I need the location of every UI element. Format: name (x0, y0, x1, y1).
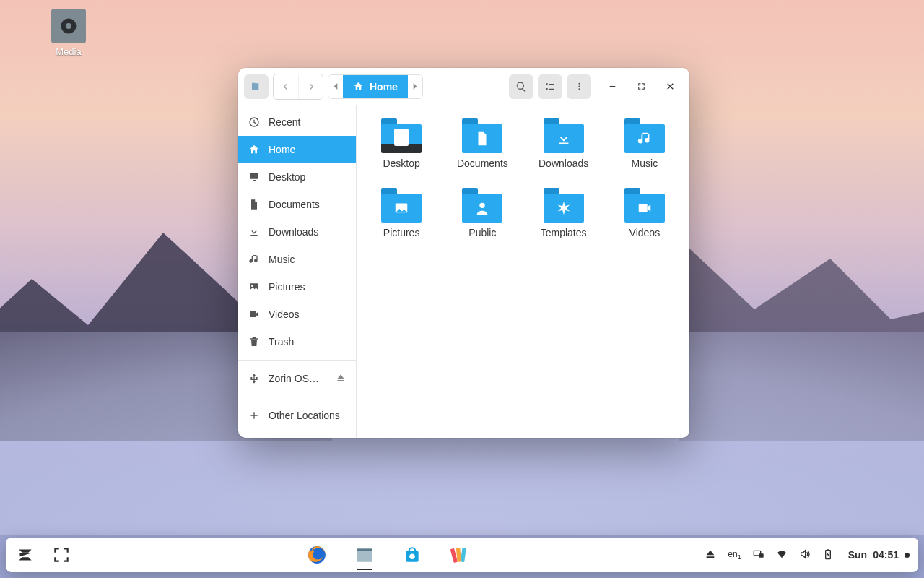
sidebar-item-videos[interactable]: Videos (238, 301, 356, 328)
folder-desktop[interactable]: Desktop (364, 116, 439, 172)
desktop-icon (248, 171, 260, 183)
music-icon (248, 254, 260, 265)
svg-point-4 (578, 88, 580, 90)
svg-point-18 (409, 553, 415, 559)
sidebar: Recent Home Desktop Documents Downloads … (238, 105, 357, 438)
trash-icon (248, 336, 260, 348)
desktop-icon-label: Media (43, 46, 94, 57)
folder-label: Documents (457, 158, 508, 169)
folder-music[interactable]: Music (607, 116, 682, 172)
breadcrumb-home[interactable]: Home (343, 75, 408, 98)
svg-point-12 (480, 203, 485, 208)
taskbar-app-files[interactable] (354, 540, 375, 569)
hamburger-menu-button[interactable] (567, 74, 591, 99)
svg-rect-6 (250, 173, 258, 179)
start-menu-button[interactable] (14, 540, 36, 569)
folder-label: Music (632, 158, 658, 169)
svg-point-3 (578, 85, 580, 87)
sidebar-item-desktop[interactable]: Desktop (238, 163, 356, 191)
breadcrumb-label: Home (370, 81, 398, 92)
folder-label: Public (468, 227, 496, 238)
svg-rect-25 (827, 549, 829, 550)
svg-rect-23 (759, 553, 763, 557)
taskbar-clock[interactable]: Sun 04:51 (848, 549, 910, 561)
folder-label: Templates (541, 227, 587, 238)
folder-content[interactable]: Desktop Documents Downloads Music Pictur… (357, 105, 689, 438)
eject-button[interactable] (336, 373, 346, 385)
fullscreen-icon (52, 545, 71, 564)
tray-display-icon[interactable] (753, 548, 764, 562)
video-icon (248, 309, 260, 320)
folder-downloads[interactable]: Downloads (526, 116, 601, 172)
path-prev[interactable] (328, 75, 343, 98)
clock-time: 04:51 (873, 549, 899, 561)
taskbar-app-firefox[interactable] (306, 540, 328, 569)
svg-rect-13 (639, 204, 648, 212)
folder-public[interactable]: Public (445, 185, 520, 241)
folder-templates[interactable]: Templates (526, 185, 601, 241)
sidebar-item-label: Documents (269, 199, 346, 210)
sidebar-item-label: Pictures (269, 281, 346, 293)
media-icon (51, 9, 86, 43)
close-button[interactable] (663, 74, 676, 99)
tray-network-icon[interactable] (776, 548, 788, 562)
tray-battery-icon[interactable] (822, 548, 834, 562)
taskbar-app-software[interactable] (401, 540, 423, 569)
maximize-button[interactable] (635, 74, 648, 99)
sidebar-item-documents[interactable]: Documents (238, 191, 356, 218)
sidebar-item-label: Other Locations (269, 410, 346, 421)
folder-pictures[interactable]: Pictures (364, 185, 439, 241)
window-controls (606, 74, 676, 99)
tray-eject-button[interactable] (705, 548, 716, 562)
sidebar-item-recent[interactable]: Recent (238, 108, 356, 136)
svg-rect-21 (461, 548, 466, 562)
svg-rect-5 (609, 86, 615, 87)
desktop-icon-media[interactable]: Media (43, 9, 94, 57)
back-button[interactable] (274, 74, 298, 99)
folder-label: Videos (629, 227, 661, 238)
path-bar: Home (328, 74, 423, 99)
svg-rect-16 (357, 551, 372, 562)
sidebar-item-pictures[interactable]: Pictures (238, 273, 356, 301)
system-tray: en1 (705, 548, 833, 562)
files-icon (355, 545, 374, 564)
taskbar: en1 Sun 04:51 (6, 538, 918, 572)
clock-icon (248, 116, 260, 128)
zorin-logo-icon (16, 545, 35, 564)
taskbar-app-appearance[interactable] (449, 540, 471, 569)
pictures-icon (248, 281, 260, 293)
minimize-button[interactable] (606, 74, 619, 99)
svg-point-2 (578, 83, 580, 85)
clock-day: Sun (848, 549, 867, 561)
forward-button[interactable] (298, 74, 323, 99)
places-menu-button[interactable] (244, 74, 269, 99)
sidebar-item-label: Zorin OS… (269, 373, 327, 384)
tray-keyboard-layout[interactable]: en1 (728, 549, 741, 561)
sidebar-item-label: Downloads (269, 226, 346, 238)
sidebar-item-home[interactable]: Home (238, 136, 356, 163)
folder-videos[interactable]: Videos (607, 185, 682, 241)
folder-label: Downloads (539, 158, 588, 169)
sidebar-item-label: Videos (269, 309, 346, 320)
view-toggle-button[interactable] (538, 74, 562, 99)
firefox-icon (308, 545, 326, 564)
sidebar-item-trash[interactable]: Trash (238, 328, 356, 355)
search-button[interactable] (509, 74, 533, 99)
sidebar-item-other-locations[interactable]: Other Locations (238, 402, 356, 429)
sidebar-item-label: Recent (269, 116, 346, 128)
sidebar-item-downloads[interactable]: Downloads (238, 218, 356, 246)
usb-icon (248, 373, 260, 384)
download-icon (248, 226, 260, 238)
file-manager-window: Home Recent Home Desktop Documents (238, 68, 689, 438)
desktop-wallpaper[interactable]: Media Home (0, 0, 924, 578)
tray-volume-icon[interactable] (799, 548, 811, 562)
sidebar-item-music[interactable]: Music (238, 246, 356, 273)
sidebar-item-device-zorin[interactable]: Zorin OS… (238, 365, 356, 392)
plus-icon (248, 410, 260, 421)
home-icon (353, 81, 364, 92)
folder-documents[interactable]: Documents (445, 116, 520, 172)
workspaces-button[interactable] (51, 540, 72, 569)
path-next[interactable] (408, 75, 422, 98)
svg-point-1 (66, 23, 71, 29)
document-icon (248, 199, 260, 210)
